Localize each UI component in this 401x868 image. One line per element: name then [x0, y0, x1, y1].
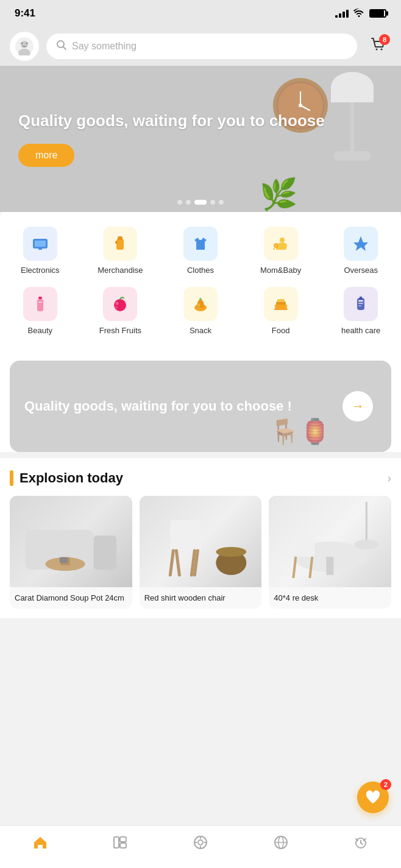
svg-point-19	[280, 238, 285, 242]
product-info-1: Carat Diamond Soup Pot 24cm	[10, 587, 132, 609]
catalog-icon	[112, 834, 128, 854]
svg-line-54	[294, 557, 296, 578]
food-label: Food	[272, 326, 290, 335]
header: Say something 8	[0, 27, 401, 66]
snack-label: Snack	[190, 326, 211, 335]
search-bar[interactable]: Say something	[46, 34, 357, 59]
category-electronics[interactable]: Electronics	[0, 221, 80, 281]
nav-home[interactable]	[0, 834, 80, 854]
promo-title: Quality goods, waiting for you to choose…	[24, 398, 292, 415]
discover-icon	[273, 834, 289, 854]
product-card-2[interactable]: Red shirt wooden chair	[140, 496, 262, 609]
freshfruits-label: Fresh Fruits	[99, 326, 141, 335]
svg-rect-60	[120, 843, 126, 848]
svg-rect-43	[60, 557, 68, 563]
svg-point-3	[21, 43, 23, 44]
overseas-label: Overseas	[344, 266, 378, 275]
hero-dot-4[interactable]	[210, 200, 215, 205]
overseas-icon	[344, 227, 378, 261]
product-info-2: Red shirt wooden chair	[140, 587, 262, 609]
healthcare-label: health care	[341, 326, 380, 335]
svg-rect-38	[358, 305, 361, 306]
hero-dot-5[interactable]	[219, 200, 224, 205]
status-time: 9:41	[15, 7, 35, 19]
category-merchandise[interactable]: Merchandise	[80, 221, 161, 281]
hero-title: Quality goods, waiting for you to choose	[18, 111, 325, 132]
product-image-3	[269, 496, 391, 587]
avatar[interactable]	[10, 32, 39, 61]
beauty-label: Beauty	[28, 326, 52, 335]
healthcare-icon	[344, 287, 378, 321]
electronics-icon	[23, 227, 57, 261]
heart-icon	[364, 789, 381, 806]
svg-point-4	[26, 43, 28, 44]
signal-icon	[335, 9, 349, 18]
hero-dot-3[interactable]	[194, 200, 207, 205]
electronics-label: Electronics	[21, 266, 60, 275]
product-name-3: 40*4 re desk	[274, 593, 318, 602]
svg-point-8	[381, 48, 383, 50]
freshfruits-icon	[103, 287, 137, 321]
clothes-label: Clothes	[187, 266, 214, 275]
product-name-2: Red shirt wooden chair	[144, 593, 225, 602]
search-placeholder: Say something	[72, 41, 137, 52]
category-mombaby[interactable]: Mom&Baby	[241, 221, 321, 281]
hero-dots	[177, 200, 224, 205]
promo-banner: Quality goods, waiting for you to choose…	[0, 351, 401, 452]
svg-rect-14	[35, 241, 46, 247]
mombaby-label: Mom&Baby	[260, 266, 301, 275]
search-icon	[56, 40, 67, 53]
categories-row-2: Beauty Fresh Fruits	[0, 281, 401, 341]
explosion-more-button[interactable]: ›	[388, 472, 391, 485]
hero-dot-2[interactable]	[186, 200, 191, 205]
nav-alarm[interactable]	[321, 834, 401, 854]
category-healthcare[interactable]: health care	[321, 281, 401, 341]
cart-badge: 8	[379, 34, 390, 45]
promo-card[interactable]: Quality goods, waiting for you to choose…	[10, 361, 391, 452]
clothes-icon	[183, 227, 218, 261]
nav-discover[interactable]	[241, 834, 321, 854]
svg-rect-17	[118, 236, 122, 240]
svg-point-26	[116, 302, 119, 305]
svg-rect-22	[38, 297, 42, 299]
category-clothes[interactable]: Clothes	[160, 221, 241, 281]
merchandise-label: Merchandise	[98, 266, 143, 275]
svg-line-45	[170, 551, 173, 575]
nav-chat[interactable]	[160, 834, 241, 854]
product-card-3[interactable]: 40*4 re desk	[269, 496, 391, 609]
category-snack[interactable]: Snack	[160, 281, 241, 341]
svg-rect-18	[115, 241, 118, 244]
svg-rect-34	[274, 308, 288, 310]
merchandise-icon	[103, 227, 137, 261]
svg-rect-24	[38, 302, 42, 303]
explosion-bar	[10, 470, 13, 486]
status-icons	[335, 9, 386, 19]
hero-more-button[interactable]: more	[18, 144, 74, 167]
svg-rect-44	[170, 520, 200, 551]
svg-line-47	[176, 551, 179, 575]
svg-rect-53	[294, 535, 315, 557]
fab-button[interactable]: 2	[357, 782, 389, 813]
promo-arrow-button[interactable]: →	[342, 391, 373, 422]
product-info-3: 40*4 re desk	[269, 587, 391, 609]
category-beauty[interactable]: Beauty	[0, 281, 80, 341]
svg-rect-52	[327, 557, 334, 575]
hero-dot-1[interactable]	[177, 200, 182, 205]
product-card-1[interactable]: Carat Diamond Soup Pot 24cm	[10, 496, 132, 609]
product-image-1	[10, 496, 132, 587]
wifi-icon	[353, 9, 364, 19]
category-overseas[interactable]: Overseas	[321, 221, 401, 281]
svg-point-29	[199, 298, 202, 300]
svg-rect-58	[114, 837, 119, 848]
category-freshfruits[interactable]: Fresh Fruits	[80, 281, 161, 341]
svg-rect-37	[358, 303, 363, 304]
svg-rect-36	[358, 300, 363, 302]
svg-line-21	[274, 247, 275, 250]
cart-button[interactable]: 8	[364, 33, 391, 60]
nav-catalog[interactable]	[80, 834, 161, 854]
categories-row-1: Electronics Merchandise	[0, 221, 401, 281]
status-bar: 9:41	[0, 0, 401, 27]
svg-rect-16	[116, 239, 124, 250]
category-food[interactable]: Food	[241, 281, 321, 341]
svg-point-7	[376, 48, 378, 50]
